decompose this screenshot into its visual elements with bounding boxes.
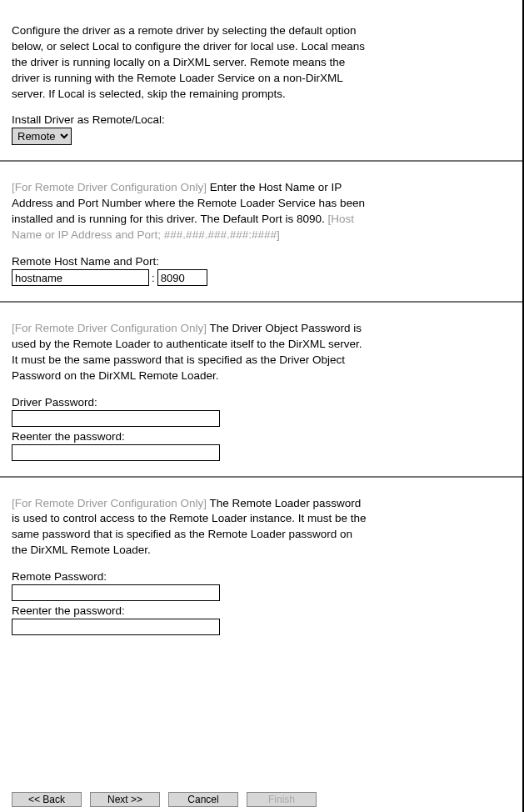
driver-password-input[interactable]	[12, 410, 220, 427]
remote-only-prefix: [For Remote Driver Configuration Only]	[12, 322, 207, 334]
section-driver-password: [For Remote Driver Configuration Only] T…	[0, 303, 522, 476]
wizard-button-bar: << Back Next >> Cancel Finish	[12, 792, 317, 807]
section-install-driver: Configure the driver as a remote driver …	[0, 0, 522, 160]
cancel-button[interactable]: Cancel	[168, 792, 238, 807]
driver-password-reenter-input[interactable]	[12, 444, 220, 461]
driver-password-reenter-label: Reenter the password:	[12, 430, 511, 443]
remote-host-input[interactable]	[12, 269, 149, 286]
section-remote-password: [For Remote Driver Configuration Only] T…	[0, 478, 522, 651]
remote-port-input[interactable]	[157, 269, 207, 286]
driver-password-description: [For Remote Driver Configuration Only] T…	[12, 321, 370, 384]
driver-password-label: Driver Password:	[12, 396, 511, 409]
remote-host-description: [For Remote Driver Configuration Only] E…	[12, 180, 370, 243]
install-driver-select[interactable]: Remote	[12, 128, 72, 145]
remote-host-label: Remote Host Name and Port:	[12, 255, 511, 268]
remote-password-label: Remote Password:	[12, 570, 511, 583]
remote-password-reenter-label: Reenter the password:	[12, 604, 511, 617]
remote-password-description: [For Remote Driver Configuration Only] T…	[12, 496, 370, 559]
remote-only-prefix: [For Remote Driver Configuration Only]	[12, 181, 207, 193]
next-button[interactable]: Next >>	[90, 792, 160, 807]
remote-only-prefix: [For Remote Driver Configuration Only]	[12, 497, 207, 509]
remote-password-input[interactable]	[12, 584, 220, 601]
back-button[interactable]: << Back	[12, 792, 82, 807]
host-port-separator: :	[152, 272, 155, 284]
finish-button: Finish	[247, 792, 317, 807]
section-remote-host: [For Remote Driver Configuration Only] E…	[0, 162, 522, 301]
install-driver-description: Configure the driver as a remote driver …	[12, 23, 370, 102]
install-driver-label: Install Driver as Remote/Local:	[12, 113, 511, 126]
remote-password-reenter-input[interactable]	[12, 619, 220, 635]
